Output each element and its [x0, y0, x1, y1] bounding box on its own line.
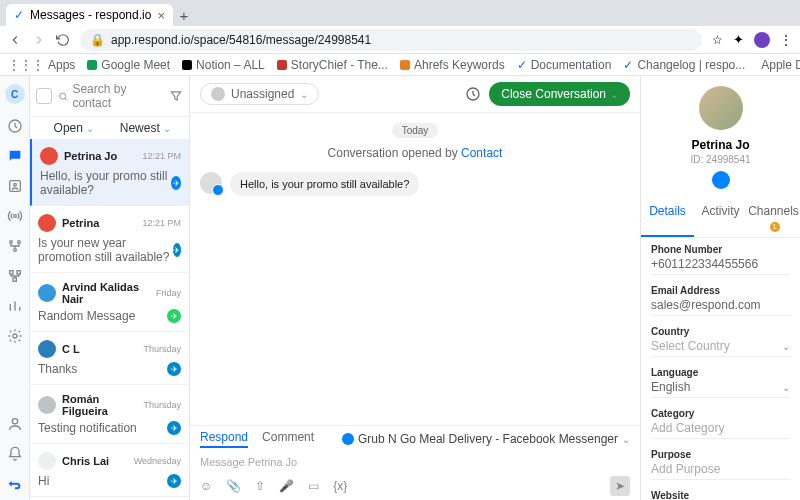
filter-icon[interactable]	[169, 89, 183, 103]
dashboard-icon[interactable]	[7, 118, 23, 134]
voice-icon[interactable]: 🎤	[279, 479, 294, 493]
tab-activity[interactable]: Activity	[694, 199, 747, 237]
emoji-icon[interactable]: ☺	[200, 479, 212, 493]
tab-channels[interactable]: Channels1	[747, 199, 800, 237]
reload-icon[interactable]	[56, 33, 70, 47]
new-tab-button[interactable]: +	[173, 4, 195, 26]
language-field[interactable]: English⌄	[651, 380, 790, 398]
help-icon[interactable]	[7, 476, 23, 492]
bookmark[interactable]: Ahrefs Keywords	[400, 58, 505, 72]
workspace-icon[interactable]: C	[5, 84, 25, 104]
date-pill: Today	[392, 123, 439, 138]
contact-id: ID: 24998541	[690, 154, 750, 165]
svg-point-6	[13, 249, 16, 252]
attach-icon[interactable]: 📎	[226, 479, 241, 493]
search-input[interactable]: Search by contact	[58, 82, 163, 110]
purpose-field[interactable]: Add Purpose	[651, 462, 790, 480]
svg-rect-8	[17, 271, 20, 274]
reports-icon[interactable]	[7, 298, 23, 314]
svg-point-11	[12, 419, 17, 424]
bookmark[interactable]: StoryChief - The...	[277, 58, 388, 72]
svg-point-5	[17, 241, 20, 244]
channel-selector[interactable]: Grub N Go Meal Delivery - Facebook Messe…	[342, 430, 630, 448]
close-conversation-button[interactable]: Close Conversation⌄	[489, 82, 630, 106]
contact-avatar	[699, 86, 743, 130]
category-field[interactable]: Add Category	[651, 421, 790, 439]
extensions-icon[interactable]: ✦	[733, 32, 744, 47]
url-bar[interactable]: 🔒 app.respond.io/space/54816/message/249…	[80, 29, 702, 51]
svg-point-10	[13, 334, 17, 338]
assignee-dropdown[interactable]: Unassigned ⌄	[200, 83, 319, 105]
forward-icon[interactable]	[32, 33, 46, 47]
svg-rect-9	[13, 278, 16, 281]
bookmark[interactable]: ✓Changelog | respo...	[623, 58, 745, 72]
back-icon[interactable]	[8, 33, 22, 47]
composer: Respond Comment Grub N Go Meal Delivery …	[190, 425, 640, 500]
chat-list-item[interactable]: Petrina Jo12:21 PMHello, is your promo s…	[30, 139, 189, 206]
snooze-icon[interactable]	[465, 86, 481, 102]
workflows-icon[interactable]	[7, 238, 23, 254]
contact-name: Petrina Jo	[691, 138, 749, 152]
message-bubble: Hello, is your promo still available?	[230, 172, 419, 196]
svg-rect-7	[9, 271, 12, 274]
org-icon[interactable]	[7, 268, 23, 284]
chat-list-item[interactable]: Román FilgueiraThursdayTesting notificat…	[30, 385, 189, 444]
details-panel: Petrina Jo ID: 24998541 Details Activity…	[640, 76, 800, 500]
bookmark[interactable]: Google Meet	[87, 58, 170, 72]
upload-icon[interactable]: ⇧	[255, 479, 265, 493]
chat-list-item[interactable]: C LThursdayThanks✈	[30, 332, 189, 385]
notifications-icon[interactable]	[7, 446, 23, 462]
settings-icon[interactable]	[7, 328, 23, 344]
send-button[interactable]: ➤	[610, 476, 630, 496]
star-icon[interactable]: ☆	[712, 33, 723, 47]
svg-point-2	[13, 183, 16, 186]
close-tab-icon[interactable]: ×	[157, 8, 165, 23]
snippet-icon[interactable]: ▭	[308, 479, 319, 493]
email-field[interactable]: sales@respond.com	[651, 298, 790, 316]
chat-list: Search by contact Open⌄ Newest⌄ Petrina …	[30, 76, 190, 500]
chat-list-item[interactable]: Arvind Kalidas NairFridayRandom Message✈	[30, 273, 189, 332]
system-message: Conversation opened by Contact	[328, 146, 503, 160]
browser-tab[interactable]: ✓ Messages - respond.io ×	[6, 4, 173, 26]
filter-newest[interactable]: Newest⌄	[110, 121, 182, 135]
tab-comment[interactable]: Comment	[262, 430, 314, 448]
phone-field[interactable]: +601122334455566	[651, 257, 790, 275]
svg-point-12	[60, 93, 66, 99]
collapse-icon[interactable]	[36, 88, 52, 104]
message-input[interactable]: Message Petrina Jo	[200, 452, 630, 472]
user-icon[interactable]	[7, 416, 23, 432]
contact-link[interactable]: Contact	[461, 146, 502, 160]
tab-respond[interactable]: Respond	[200, 430, 248, 448]
profile-avatar[interactable]	[754, 32, 770, 48]
chat-list-item[interactable]: Chris LaiWednesdayHi✈	[30, 444, 189, 497]
bookmark[interactable]: Apple Developer...	[757, 58, 800, 72]
menu-icon[interactable]: ⋮	[780, 33, 792, 47]
chat-list-item[interactable]: Petrina12:21 PMIs your new year promotio…	[30, 206, 189, 273]
tab-title: Messages - respond.io	[30, 8, 151, 22]
contacts-icon[interactable]	[7, 178, 23, 194]
broadcast-icon[interactable]	[7, 208, 23, 224]
filter-open[interactable]: Open⌄	[38, 121, 110, 135]
country-field[interactable]: Select Country⌄	[651, 339, 790, 357]
svg-point-4	[9, 241, 12, 244]
svg-point-3	[13, 215, 16, 218]
tab-details[interactable]: Details	[641, 199, 694, 237]
var-icon[interactable]: {x}	[333, 479, 347, 493]
messages-icon[interactable]	[7, 148, 23, 164]
bookmark[interactable]: Notion – ALL	[182, 58, 265, 72]
nav-rail: C	[0, 76, 30, 500]
conversation: Unassigned ⌄ Close Conversation⌄ Today C…	[190, 76, 640, 500]
message-row: Hello, is your promo still available?	[200, 172, 419, 196]
bookmarks-bar: ⋮⋮⋮Apps Google Meet Notion – ALL StoryCh…	[0, 54, 800, 76]
channel-icon	[712, 171, 730, 189]
bookmark[interactable]: ⋮⋮⋮Apps	[8, 58, 75, 72]
message-avatar	[200, 172, 222, 194]
bookmark[interactable]: ✓Documentation	[517, 58, 612, 72]
